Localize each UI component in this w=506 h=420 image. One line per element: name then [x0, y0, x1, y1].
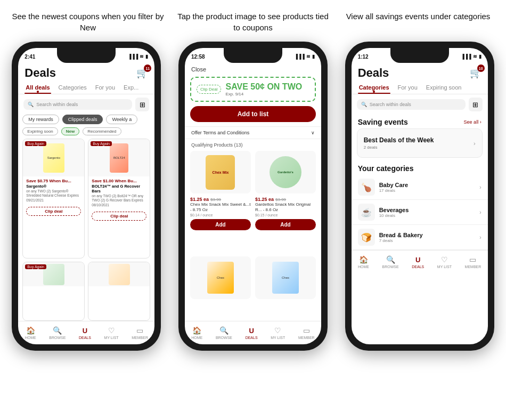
add-product-2-button[interactable]: Add	[255, 219, 316, 230]
tab-dot	[37, 91, 39, 93]
nav-member-1[interactable]: ▭ MEMBER	[132, 326, 148, 340]
clip-deal-2-button[interactable]: Clip deal	[92, 212, 146, 221]
product-card-4[interactable]: Chex	[255, 256, 316, 321]
filter-button[interactable]: ⊞	[135, 98, 149, 111]
deals-grid: Buy Again Sargento Save $0.75 When Bu...…	[18, 139, 154, 321]
pill-my-rewards[interactable]: My rewards	[22, 115, 59, 124]
product-1-name: Chex Mix Snack Mix Sweet &...t - 8.75 Oz	[190, 202, 251, 213]
member-icon-3: ▭	[469, 255, 476, 264]
nav-deals-2[interactable]: U DEALS	[246, 327, 258, 340]
product-2-price: $1.25 ea	[255, 197, 274, 202]
bread-count: 7 deals	[379, 238, 423, 243]
search-box[interactable]: 🔍 Search within deals	[23, 99, 132, 110]
product-2-price-row: $1.25 ea $3.99	[255, 195, 316, 202]
home-icon-1: 🏠	[26, 326, 35, 335]
nav-mylist-2[interactable]: ♡ MY LIST	[271, 326, 285, 340]
p3-tab-categories[interactable]: Categories	[358, 82, 390, 94]
mylist-icon-2: ♡	[274, 326, 281, 335]
baby-care-chevron: ›	[479, 184, 481, 190]
filter-new[interactable]: New	[61, 127, 79, 135]
tab-for-you[interactable]: For you	[94, 82, 116, 94]
product-card-2[interactable]: Gardetto's $1.25 ea $3.99 Gardettos Snac…	[255, 151, 316, 252]
phone-2-notch	[224, 48, 282, 63]
products-grid: Chex Mix $1.25 ea $3.99 Chex Mix Snack M…	[185, 151, 321, 321]
product-3-img[interactable]: Chex	[190, 256, 251, 299]
beverages-count: 10 deals	[379, 213, 409, 218]
nav-mylist-1[interactable]: ♡ MY LIST	[104, 326, 119, 340]
nav-home-3[interactable]: 🏠 HOME	[358, 255, 369, 269]
p3-filter-button[interactable]: ⊞	[469, 98, 483, 111]
tab-all-deals[interactable]: All deals	[25, 82, 51, 94]
member-icon-1: ▭	[136, 326, 143, 335]
deal-card-1[interactable]: Buy Again Sargento Save $0.75 When Bu...…	[22, 139, 85, 259]
browse-icon-1: 🔍	[53, 326, 62, 335]
nav-member-3[interactable]: ▭ MEMBER	[465, 255, 481, 269]
mylist-label-3: MY LIST	[437, 265, 452, 269]
tab-categories-label: Categories	[59, 84, 87, 91]
nav-member-2[interactable]: ▭ MEMBER	[298, 326, 315, 340]
nav-deals-3[interactable]: U DEALS	[412, 256, 424, 269]
event-card-1[interactable]: Best Deals of the Week 2 deals ›	[357, 128, 483, 158]
filter-recommended[interactable]: Recommended	[83, 127, 121, 135]
wifi-icon-3: ≋	[473, 54, 477, 59]
nav-deals-1[interactable]: U DEALS	[79, 327, 91, 340]
tab-categories[interactable]: Categories	[58, 82, 88, 94]
clip-deal-1-button[interactable]: Clip deal	[26, 207, 81, 216]
close-button[interactable]: Close	[191, 66, 206, 72]
deal-card-2[interactable]: Buy Again BOLT24 Save $1.00 When Bu... B…	[88, 139, 150, 259]
deal-card-1-body: Save $0.75 When Bu... Sargento® on any T…	[23, 176, 84, 205]
p3-cart-badge[interactable]: 🛒 10	[470, 67, 481, 79]
cart-badge[interactable]: 🛒 11	[136, 67, 148, 79]
nav-browse-3[interactable]: 🔍 BROWSE	[382, 255, 399, 269]
nav-home-1[interactable]: 🏠 HOME	[25, 326, 36, 340]
add-to-list-button[interactable]: Add to list	[190, 106, 316, 122]
deal-card-3[interactable]: Buy Again	[22, 262, 85, 321]
deal-card-4[interactable]	[88, 262, 150, 321]
deals-icon-2: U	[249, 327, 254, 335]
saving-events-title: Saving events	[358, 118, 408, 126]
baby-care-name: Baby Care	[379, 182, 408, 188]
phone-2-header: Close	[185, 63, 321, 77]
product-4-img[interactable]: Chex	[255, 256, 316, 299]
phone-1-tabs: All deals Categories For you Exp...	[18, 82, 154, 94]
nav-home-2[interactable]: 🏠 HOME	[191, 326, 202, 340]
phone-3-screen: 1:12 ▐▐▐ ≋ ▮ Deals 🛒 10 Categor	[352, 48, 488, 344]
pill-weekly[interactable]: Weekly a	[106, 115, 137, 124]
mylist-label-1: MY LIST	[104, 336, 119, 340]
category-beverages[interactable]: ☕ Beverages 10 deals ›	[352, 200, 488, 225]
p3-tab-for-you[interactable]: For you	[397, 82, 419, 94]
nav-browse-2[interactable]: 🔍 BROWSE	[216, 326, 232, 340]
filter-tags: Expiring soon New Recommended	[18, 127, 154, 139]
tab-expiring[interactable]: Exp...	[123, 82, 140, 94]
see-all-link[interactable]: See all ›	[464, 119, 481, 125]
product-2-orig-price: $3.99	[275, 197, 286, 202]
nav-mylist-3[interactable]: ♡ MY LIST	[437, 255, 452, 269]
home-label-1: HOME	[25, 336, 36, 340]
coupon-save-text: SAVE 50¢ ON TWO	[225, 82, 302, 92]
product-2-unit: $0.15 / ounce	[255, 213, 316, 217]
category-baby-care[interactable]: 🍗 Baby Care 17 deals ›	[352, 175, 488, 200]
product-1-img[interactable]: Chex Mix	[190, 151, 251, 193]
bolt-img: BOLT24	[110, 143, 128, 173]
battery-icon-2: ▮	[312, 54, 315, 59]
phone-1-time: 2:41	[25, 54, 35, 60]
category-beverages-left: ☕ Beverages 10 deals	[358, 204, 409, 221]
category-baby-care-left: 🍗 Baby Care 17 deals	[358, 179, 408, 196]
p3-search-box[interactable]: 🔍 Search within deals	[357, 99, 466, 110]
offer-terms-row[interactable]: Offer Terms and Conditions ∨	[185, 126, 321, 139]
filter-expiring[interactable]: Expiring soon	[22, 127, 58, 135]
product-card-1[interactable]: Chex Mix $1.25 ea $3.99 Chex Mix Snack M…	[190, 151, 251, 252]
p3-deals-title: Deals	[358, 66, 389, 80]
product-2-img[interactable]: Gardetto's	[255, 151, 316, 193]
browse-icon-3: 🔍	[386, 255, 395, 264]
chevron-down-icon: ∨	[311, 130, 315, 135]
product-card-3[interactable]: Chex	[190, 256, 251, 321]
nav-browse-1[interactable]: 🔍 BROWSE	[49, 326, 66, 340]
phone-1-screen: 2:41 ▐▐▐ ≋ ▮ Deals 🛒 11 All dea	[18, 48, 154, 344]
p3-tab-expiring[interactable]: Expiring soon	[425, 82, 463, 94]
deal-card-2-img: Buy Again BOLT24	[88, 139, 150, 176]
deal-1-name: Sargento®	[26, 184, 81, 189]
add-product-1-button[interactable]: Add	[190, 219, 251, 230]
pill-clipped-deals[interactable]: Clipped deals	[62, 115, 103, 124]
category-bread-bakery[interactable]: 🍞 Bread & Bakery 7 deals ›	[352, 225, 488, 250]
